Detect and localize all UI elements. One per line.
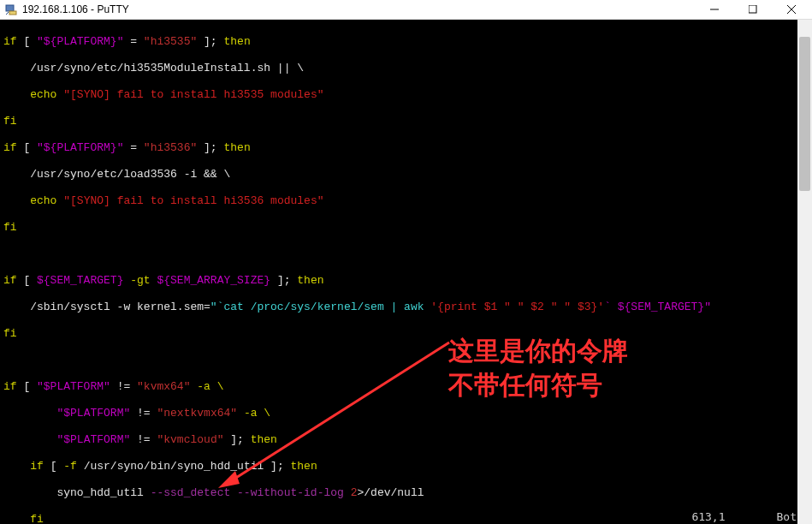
svg-line-2 xyxy=(6,12,9,15)
keyword-if: if xyxy=(3,35,17,48)
window-controls xyxy=(695,0,810,20)
maximize-button[interactable] xyxy=(733,0,772,20)
putty-icon xyxy=(5,3,17,15)
variable: "${PLATFORM}" xyxy=(37,35,123,48)
string: "[SYNO] fail to install hi3535 modules" xyxy=(63,88,323,101)
string: "hi3535" xyxy=(144,35,197,48)
scrollbar[interactable] xyxy=(797,20,812,524)
scrollbar-thumb[interactable] xyxy=(799,37,810,191)
svg-rect-4 xyxy=(749,5,756,13)
cursor-position: 613,1 xyxy=(691,510,725,523)
scroll-position: Bot xyxy=(777,510,797,523)
terminal-output[interactable]: if [ "${PLATFORM}" = "hi3535" ]; then /u… xyxy=(0,20,812,524)
keyword-fi: fi xyxy=(3,115,17,128)
svg-rect-1 xyxy=(9,11,16,15)
window-title: 192.168.1.106 - PuTTY xyxy=(22,3,695,15)
vim-status-line: 613,1 Bot xyxy=(691,510,797,523)
window-titlebar: 192.168.1.106 - PuTTY xyxy=(0,0,812,20)
svg-rect-0 xyxy=(6,5,14,11)
minimize-button[interactable] xyxy=(695,0,733,20)
close-button[interactable] xyxy=(772,0,810,20)
